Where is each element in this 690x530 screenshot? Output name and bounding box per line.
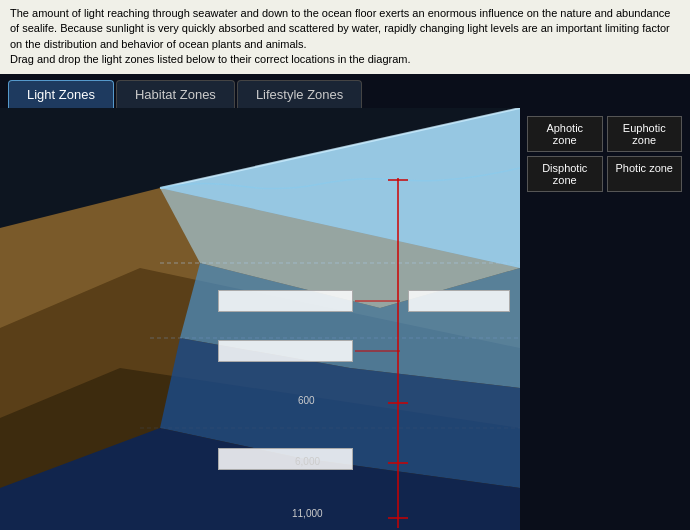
info-bar: The amount of light reaching through sea… — [0, 0, 690, 74]
drop-zone-bottom[interactable] — [218, 448, 353, 470]
legend-euphotic[interactable]: Euphotic zone — [607, 116, 683, 152]
main-content: 600 6,000 11,000 Aphotic zone Euphotic z… — [0, 108, 690, 530]
tab-light-zones[interactable]: Light Zones — [8, 80, 114, 108]
tab-bar: Light Zones Habitat Zones Lifestyle Zone… — [0, 74, 690, 108]
legend-disphotic[interactable]: Disphotic zone — [527, 156, 603, 192]
drop-zone-mid[interactable] — [218, 340, 353, 362]
legend-panel: Aphotic zone Euphotic zone Disphotic zon… — [527, 116, 682, 192]
instruction-text: Drag and drop the light zones listed bel… — [10, 53, 411, 65]
tab-habitat-zones[interactable]: Habitat Zones — [116, 80, 235, 108]
info-text: The amount of light reaching through sea… — [10, 7, 670, 50]
connector-zone[interactable] — [408, 290, 510, 312]
depth-label-6000: 6,000 — [295, 456, 320, 467]
drop-zone-top[interactable] — [218, 290, 353, 312]
legend-aphotic[interactable]: Aphotic zone — [527, 116, 603, 152]
legend-photic[interactable]: Photic zone — [607, 156, 683, 192]
depth-label-600: 600 — [298, 395, 315, 406]
depth-label-11000: 11,000 — [292, 508, 323, 519]
tab-lifestyle-zones[interactable]: Lifestyle Zones — [237, 80, 362, 108]
